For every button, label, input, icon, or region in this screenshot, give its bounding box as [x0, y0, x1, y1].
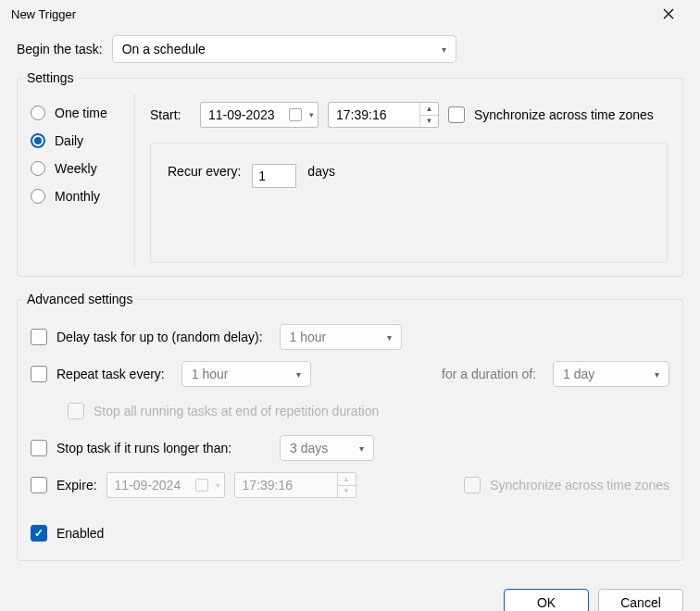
begin-task-combo[interactable]: On a schedule ▾ — [112, 35, 456, 63]
duration-combo[interactable]: 1 day ▾ — [553, 361, 669, 387]
chevron-down-icon: ▾ — [359, 443, 364, 454]
duration-value: 1 day — [563, 367, 594, 381]
radio-icon — [31, 189, 45, 204]
delay-label: Delay task for up to (random delay): — [56, 330, 263, 344]
enabled-label: Enabled — [56, 526, 104, 541]
stop-long-toggle[interactable]: Stop task if it runs longer than: — [31, 440, 231, 456]
dialog-buttons: OK Cancel — [17, 576, 683, 611]
time-spinner: ▲ ▼ — [337, 473, 356, 497]
checkbox-icon — [31, 329, 47, 345]
checkbox-icon — [68, 403, 84, 419]
recur-label: Recur every: — [168, 164, 241, 179]
stop-long-label: Stop task if it runs longer than: — [56, 441, 231, 455]
radio-monthly[interactable]: Monthly — [31, 189, 125, 204]
settings-fieldset: Settings One time Daily Weekly — [17, 70, 683, 277]
chevron-down-icon: ▾ — [216, 480, 220, 490]
chevron-down-icon: ▾ — [296, 369, 301, 380]
repeat-combo[interactable]: 1 hour ▾ — [181, 361, 311, 387]
chevron-down-icon: ▾ — [309, 110, 314, 119]
radio-icon — [31, 133, 45, 148]
radio-label: Daily — [55, 133, 83, 148]
recur-unit: days — [307, 164, 335, 179]
delay-value: 1 hour — [290, 330, 327, 344]
stop-all-label: Stop all running tasks at end of repetit… — [94, 404, 379, 418]
radio-label: Monthly — [55, 189, 100, 204]
expire-time-picker: 17:39:16 ▲ ▼ — [234, 472, 356, 498]
radio-daily[interactable]: Daily — [31, 133, 125, 148]
expire-date-value: 11-09-2024 — [115, 478, 181, 493]
stop-long-value: 3 days — [290, 441, 328, 455]
new-trigger-dialog: New Trigger Begin the task: On a schedul… — [0, 0, 700, 611]
stop-all-toggle: Stop all running tasks at end of repetit… — [68, 403, 379, 419]
advanced-fieldset: Advanced settings Delay task for up to (… — [17, 292, 683, 561]
spin-up-icon[interactable]: ▲ — [420, 103, 438, 116]
recur-box: Recur every: days — [150, 143, 668, 263]
expire-row: Expire: 11-09-2024 ▾ 17:39:16 ▲ ▼ — [31, 471, 669, 499]
radio-one-time[interactable]: One time — [31, 106, 125, 120]
close-button[interactable] — [648, 0, 689, 28]
start-date-picker[interactable]: 11-09-2023 ▾ — [200, 102, 319, 128]
spin-up-icon: ▲ — [338, 473, 356, 486]
radio-icon — [31, 106, 45, 120]
start-time-picker[interactable]: 17:39:16 ▲ ▼ — [328, 102, 439, 128]
checkbox-icon — [464, 477, 481, 493]
cancel-button[interactable]: Cancel — [598, 589, 683, 611]
spin-down-icon: ▼ — [338, 486, 356, 498]
enabled-row: Enabled — [31, 519, 669, 547]
recur-input[interactable] — [252, 164, 296, 188]
repeat-value: 1 hour — [192, 367, 229, 381]
sync-timezones-toggle[interactable]: Synchronize across time zones — [448, 106, 654, 123]
chevron-down-icon: ▾ — [655, 369, 659, 380]
delay-toggle[interactable]: Delay task for up to (random delay): — [31, 329, 263, 345]
expire-date-picker: 11-09-2024 ▾ — [106, 472, 225, 498]
settings-legend: Settings — [23, 70, 78, 85]
checkbox-icon — [31, 366, 47, 382]
checkbox-icon — [31, 525, 47, 542]
start-time-value: 17:39:16 — [336, 107, 419, 122]
repeat-row: Repeat task every: 1 hour ▾ for a durati… — [31, 360, 669, 388]
radio-icon — [31, 161, 45, 176]
delay-row: Delay task for up to (random delay): 1 h… — [31, 323, 669, 351]
checkbox-icon — [31, 477, 47, 493]
stop-all-row: Stop all running tasks at end of repetit… — [68, 397, 669, 425]
schedule-radio-group: One time Daily Weekly Monthly — [18, 85, 134, 276]
time-spinner[interactable]: ▲ ▼ — [419, 103, 438, 127]
duration-label: for a duration of: — [442, 367, 536, 381]
radio-label: Weekly — [55, 161, 97, 176]
chevron-down-icon: ▾ — [387, 332, 392, 343]
start-label: Start: — [150, 107, 191, 122]
expire-time-value: 17:39:16 — [243, 478, 337, 493]
calendar-icon — [289, 108, 302, 121]
spin-down-icon[interactable]: ▼ — [420, 116, 438, 128]
checkbox-icon — [448, 106, 465, 123]
checkbox-icon — [31, 440, 47, 456]
start-date-value: 11-09-2023 — [208, 107, 275, 122]
close-icon — [663, 8, 674, 19]
begin-task-label: Begin the task: — [17, 42, 103, 56]
delay-combo[interactable]: 1 hour ▾ — [280, 324, 402, 350]
window-title: New Trigger — [11, 7, 76, 21]
stop-long-row: Stop task if it runs longer than: 3 days… — [31, 434, 669, 462]
expire-sync-label: Synchronize across time zones — [490, 478, 669, 493]
expire-sync-toggle: Synchronize across time zones — [464, 477, 669, 493]
calendar-icon — [195, 479, 208, 492]
start-row: Start: 11-09-2023 ▾ 17:39:16 ▲ ▼ — [150, 102, 668, 128]
expire-label: Expire: — [56, 478, 97, 493]
titlebar: New Trigger — [0, 0, 700, 28]
begin-task-row: Begin the task: On a schedule ▾ — [17, 35, 683, 63]
chevron-down-icon: ▾ — [442, 44, 446, 55]
sync-label: Synchronize across time zones — [474, 107, 654, 122]
begin-task-value: On a schedule — [122, 42, 206, 56]
repeat-label: Repeat task every: — [56, 367, 165, 381]
advanced-legend: Advanced settings — [23, 292, 136, 306]
enabled-toggle[interactable]: Enabled — [31, 525, 104, 542]
repeat-toggle[interactable]: Repeat task every: — [31, 366, 165, 382]
radio-weekly[interactable]: Weekly — [31, 161, 125, 176]
radio-label: One time — [55, 106, 107, 120]
ok-button[interactable]: OK — [504, 589, 589, 611]
expire-toggle[interactable]: Expire: — [31, 477, 97, 493]
stop-long-combo[interactable]: 3 days ▾ — [280, 435, 374, 461]
